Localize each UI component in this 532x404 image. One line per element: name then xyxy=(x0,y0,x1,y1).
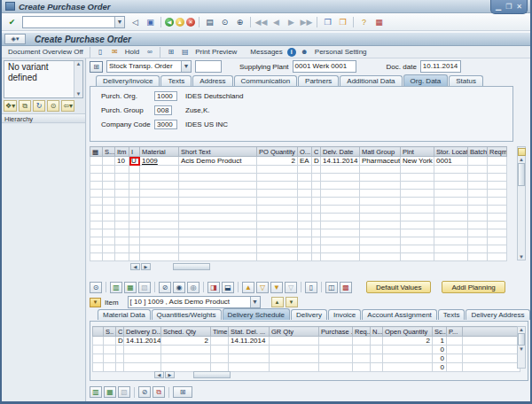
status-cell[interactable] xyxy=(103,157,115,166)
gr-qty-cell[interactable] xyxy=(270,337,319,346)
sc-cell[interactable]: 0 xyxy=(433,346,447,354)
supplying-plant-field[interactable]: 0001 Werk 0001 xyxy=(293,60,356,73)
select-all-icon[interactable]: ▦ xyxy=(90,147,103,157)
save-icon[interactable]: ▣ xyxy=(144,16,157,28)
grid-cell[interactable] xyxy=(115,206,129,214)
next-item-icon[interactable]: ▼ xyxy=(286,297,298,307)
scroll-down-icon[interactable]: ▼ xyxy=(76,91,82,97)
insert-row-icon[interactable]: ◨ xyxy=(207,282,220,293)
adopt-icon[interactable]: ⇦▾ xyxy=(61,100,74,112)
col-stat-del-date[interactable]: Stat. Del. ... xyxy=(229,327,270,337)
cart-icon[interactable]: ⊞ xyxy=(173,386,192,398)
status-cell[interactable] xyxy=(104,337,116,346)
table-settings-icon[interactable]: ◫ xyxy=(325,282,338,293)
tab-texts[interactable]: Texts xyxy=(160,75,192,86)
copy-schedule-icon[interactable]: ⧉ xyxy=(153,386,165,398)
item-up-icon[interactable]: ▥ xyxy=(110,282,122,293)
sc-cell[interactable]: 1 xyxy=(433,337,447,346)
col-itm[interactable]: Itm xyxy=(115,147,129,157)
delete-row-icon[interactable]: ⊘ xyxy=(159,282,171,293)
minimize-icon[interactable]: ▁ xyxy=(496,4,501,11)
row-selector[interactable] xyxy=(90,157,103,166)
cancel-circle-icon[interactable]: ✕ xyxy=(186,18,195,27)
col-gr-qty[interactable]: GR Qty xyxy=(270,327,319,337)
next-page-icon[interactable]: ▶ xyxy=(285,16,298,28)
sort-ascending-icon[interactable]: ▲ xyxy=(242,282,254,293)
find-overview-icon[interactable]: ⊙ xyxy=(47,100,59,112)
tab-quantities-weights[interactable]: Quantities/Weights xyxy=(152,309,222,320)
previous-page-icon[interactable]: ◀ xyxy=(270,16,283,28)
tab-org-data[interactable]: Org. Data xyxy=(403,74,449,86)
delivery-date-cell[interactable]: 14.11.2014 xyxy=(124,337,161,346)
row-selector[interactable] xyxy=(93,337,104,346)
grid-cell[interactable] xyxy=(140,198,179,206)
grid-cell[interactable] xyxy=(115,221,129,229)
binoculars-icon[interactable]: ∞ xyxy=(144,47,155,58)
status-cell[interactable] xyxy=(103,214,115,221)
status-cell[interactable] xyxy=(104,363,116,372)
item-overview-icon[interactable]: ▧ xyxy=(138,282,151,293)
col-req[interactable]: Req... xyxy=(353,327,371,337)
col-stor-location[interactable]: Stor. Location xyxy=(434,147,468,157)
col-status[interactable]: S... xyxy=(103,147,115,157)
grid-cell[interactable] xyxy=(140,253,179,261)
grid-cell[interactable] xyxy=(115,198,129,206)
status-cell[interactable] xyxy=(103,166,115,174)
row-selector[interactable] xyxy=(90,190,103,198)
col-c[interactable]: C xyxy=(312,147,321,157)
status-cell[interactable] xyxy=(103,182,115,190)
itm-cell[interactable]: 10 xyxy=(115,157,129,166)
cart-icon[interactable]: ⊞ xyxy=(165,47,176,58)
copy-icon[interactable]: ⧉ xyxy=(19,100,31,112)
find-next-icon[interactable]: ⊕ xyxy=(233,16,246,28)
grid-cell[interactable] xyxy=(140,245,179,253)
stat-del-date-cell[interactable] xyxy=(229,354,270,363)
back-circle-icon[interactable]: ◀ xyxy=(165,18,174,27)
selection-variant-icon[interactable]: ❖▾ xyxy=(4,100,17,112)
addresses-icon[interactable]: ▯ xyxy=(305,282,317,293)
stat-del-date-cell[interactable] xyxy=(229,346,270,354)
grid-cell[interactable] xyxy=(115,229,129,237)
company-code-field[interactable]: 3000 xyxy=(154,120,177,129)
n-cell[interactable] xyxy=(371,346,383,354)
delivery-date-cell[interactable] xyxy=(124,346,161,354)
status-cell[interactable] xyxy=(103,229,115,237)
grid-cell[interactable] xyxy=(129,237,140,245)
plnt-cell[interactable]: New York xyxy=(401,157,434,166)
row-selector[interactable] xyxy=(90,229,103,237)
row-selector[interactable] xyxy=(90,214,103,221)
grid-cell[interactable] xyxy=(140,237,179,245)
time-cell[interactable] xyxy=(211,337,229,346)
grid-cell[interactable] xyxy=(115,237,129,245)
help-icon[interactable]: ? xyxy=(357,16,371,28)
matl-group-cell[interactable]: Pharmaceuti. xyxy=(360,157,401,166)
n-cell[interactable] xyxy=(371,363,383,372)
status-cell[interactable] xyxy=(103,190,115,198)
open-quantity-cell[interactable]: 2 xyxy=(383,337,433,346)
first-page-icon[interactable]: ◀◀ xyxy=(254,16,268,28)
unlock-icon[interactable]: ◎ xyxy=(187,282,200,293)
exit-circle-icon[interactable]: ▲ xyxy=(176,18,184,27)
grid-cell[interactable] xyxy=(129,245,140,253)
lock-icon[interactable]: ◉ xyxy=(173,282,185,293)
grid-cell[interactable] xyxy=(115,253,129,261)
status-cell[interactable] xyxy=(104,354,116,363)
purchase-req-cell[interactable] xyxy=(319,354,353,363)
tab-material-data[interactable]: Material Data xyxy=(98,309,151,320)
status-cell[interactable] xyxy=(103,245,115,253)
doc-date-field[interactable]: 10.11.2014 xyxy=(420,60,461,73)
new-session-icon[interactable]: ❒ xyxy=(321,16,334,28)
enter-check-icon[interactable]: ✔ xyxy=(5,16,19,28)
print-icon[interactable]: ▤ xyxy=(203,16,216,28)
n-cell[interactable] xyxy=(371,354,383,363)
col-open-quantity[interactable]: Open Quantity xyxy=(383,327,433,337)
req-cell[interactable] xyxy=(353,346,371,354)
document-overview-button[interactable]: Document Overview Off xyxy=(6,48,85,56)
item-grid-vscrollbar[interactable]: ▲ ▼ xyxy=(517,146,526,260)
reqmt-no-cell[interactable] xyxy=(488,157,507,166)
grid-cell[interactable] xyxy=(129,253,140,261)
vendor-field[interactable] xyxy=(195,60,222,73)
sc-cell[interactable]: 0 xyxy=(433,363,447,372)
row-selector[interactable] xyxy=(90,221,103,229)
gr-qty-cell[interactable] xyxy=(270,354,319,363)
